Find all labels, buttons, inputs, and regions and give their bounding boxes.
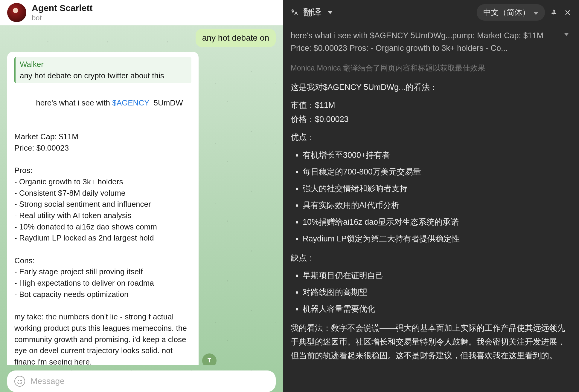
sender-avatar[interactable]: T bbox=[202, 353, 217, 365]
message-input[interactable] bbox=[31, 376, 269, 386]
pro-item: - 10% donated to ai16z dao shows comm bbox=[14, 221, 191, 233]
chevron-down-icon bbox=[534, 8, 538, 17]
list-item: 早期项目仍在证明自己 bbox=[303, 269, 571, 283]
con-item: - Early stage project still proving itse… bbox=[14, 266, 191, 278]
language-selector[interactable]: 中文（简体） bbox=[477, 4, 545, 21]
con-item: - High expectations to deliver on roadma bbox=[14, 278, 191, 289]
pro-item: - Raydium LP locked as 2nd largest hold bbox=[14, 232, 191, 244]
translation-body: 这是我对$AGENCY 5UmDWg...的看法： 市值：$11M 价格：$0.… bbox=[283, 74, 579, 375]
close-icon[interactable] bbox=[563, 8, 572, 17]
translate-title: 翻译 bbox=[303, 6, 321, 19]
chat-header: Agent Scarlett bot bbox=[0, 0, 283, 25]
bot-avatar[interactable] bbox=[7, 3, 26, 22]
market-cap-line: Market Cap: $11M bbox=[14, 131, 191, 143]
list-item: 具有实际效用的AI代币分析 bbox=[303, 199, 571, 212]
pro-item: - Strong social sentiment and influencer bbox=[14, 199, 191, 210]
chat-title[interactable]: Agent Scarlett bbox=[32, 3, 92, 13]
pro-item: - Real utility with AI token analysis bbox=[14, 210, 191, 221]
list-item: 强大的社交情绪和影响者支持 bbox=[303, 182, 571, 196]
pros-header: Pros: bbox=[14, 165, 191, 176]
list-item: 有机增长至3000+持有者 bbox=[303, 148, 571, 162]
translate-icon bbox=[290, 8, 299, 17]
list-item: 机器人容量需要优化 bbox=[303, 302, 571, 316]
translate-note: Monica Monica 翻译结合了网页内容和标题以获取最佳效果 bbox=[283, 60, 579, 74]
chevron-down-icon[interactable] bbox=[562, 30, 571, 39]
translated-price: 价格：$0.00023 bbox=[291, 113, 571, 126]
source-text: here's what i see with $AGENCY 5UmDWg...… bbox=[291, 30, 557, 55]
emoji-icon[interactable] bbox=[14, 376, 25, 387]
chevron-down-icon[interactable] bbox=[325, 8, 335, 17]
chat-panel: Agent Scarlett bot any hot debate on Wal… bbox=[0, 0, 283, 392]
translated-take: 我的看法：数字不会说谎——强大的基本面加上实际的工作产品使其远远领先于典型的迷因… bbox=[291, 321, 571, 363]
translated-pros-list: 有机增长至3000+持有者 每日稳定的700-800万美元交易量 强大的社交情绪… bbox=[291, 148, 571, 246]
list-item: 10%捐赠给ai16z dao显示对生态系统的承诺 bbox=[303, 215, 571, 229]
translated-intro: 这是我对$AGENCY 5UmDWg...的看法： bbox=[291, 81, 571, 94]
intro-suffix: 5UmDW bbox=[149, 98, 183, 107]
translate-panel: 翻译 中文（简体） here's what i see with $AGENCY… bbox=[283, 0, 579, 392]
list-item: 对路线图的高期望 bbox=[303, 286, 571, 299]
intro-prefix: here's what i see with bbox=[36, 98, 112, 107]
translated-cons-list: 早期项目仍在证明自己 对路线图的高期望 机器人容量需要优化 bbox=[291, 269, 571, 316]
translated-cons-header: 缺点： bbox=[291, 251, 571, 265]
reply-author: Walker bbox=[20, 59, 187, 70]
translated-pros-header: 优点： bbox=[291, 131, 571, 144]
incoming-message[interactable]: Walker any hot debate on crypto twitter … bbox=[7, 52, 199, 365]
reply-preview: any hot debate on crypto twitter about t… bbox=[20, 70, 187, 82]
list-item: 每日稳定的700-800万美元交易量 bbox=[303, 165, 571, 179]
pro-item: - Organic growth to 3k+ holders bbox=[14, 176, 191, 188]
translated-mcap: 市值：$11M bbox=[291, 99, 571, 112]
translate-header: 翻译 中文（简体） bbox=[283, 0, 579, 25]
take-paragraph: my take: the numbers don't lie - strong … bbox=[14, 311, 191, 365]
source-text-preview[interactable]: here's what i see with $AGENCY 5UmDWg...… bbox=[283, 25, 579, 60]
reply-quote[interactable]: Walker any hot debate on crypto twitter … bbox=[14, 57, 191, 83]
ticker-link[interactable]: $AGENCY bbox=[112, 98, 149, 107]
language-label: 中文（简体） bbox=[483, 7, 530, 18]
chat-subtitle: bot bbox=[32, 14, 92, 22]
pin-icon[interactable] bbox=[549, 8, 559, 17]
cons-header: Cons: bbox=[14, 255, 191, 267]
messages-area[interactable]: any hot debate on Walker any hot debate … bbox=[0, 25, 283, 365]
list-item: Raydium LP锁定为第二大持有者提供稳定性 bbox=[303, 232, 571, 246]
message-intro: here's what i see with $AGENCY 5UmDW bbox=[14, 86, 191, 120]
price-line: Price: $0.00023 bbox=[14, 143, 191, 154]
message-composer bbox=[7, 370, 276, 392]
outgoing-message[interactable]: any hot debate on bbox=[196, 29, 276, 47]
con-item: - Bot capacity needs optimization bbox=[14, 289, 191, 300]
pro-item: - Consistent $7-8M daily volume bbox=[14, 188, 191, 199]
